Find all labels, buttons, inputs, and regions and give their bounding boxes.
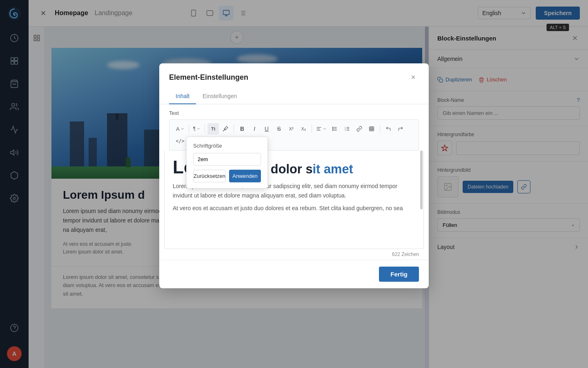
fertig-button[interactable]: Fertig	[379, 267, 419, 282]
svg-point-45	[333, 127, 334, 128]
align-dropdown[interactable]	[314, 125, 328, 132]
strikethrough-button[interactable]: S	[273, 123, 285, 135]
apply-font-size-button[interactable]: Anwenden	[229, 170, 261, 182]
svg-line-38	[223, 130, 224, 131]
svg-rect-54	[370, 127, 374, 131]
clear-format-button[interactable]	[220, 123, 231, 135]
svg-point-46	[333, 128, 334, 129]
dialog-tabs: Inhalt Einstellungen	[159, 89, 429, 104]
undo-button[interactable]	[383, 123, 394, 135]
dialog-title: Element-Einstellungen	[169, 73, 248, 82]
text-label: Text	[159, 104, 429, 119]
font-size-input[interactable]	[193, 153, 261, 166]
svg-text:3: 3	[345, 129, 346, 131]
font-size-label: Schriftgröße	[193, 143, 261, 149]
superscript-button[interactable]: X²	[285, 123, 297, 135]
numbered-list-button[interactable]: 123	[341, 123, 353, 135]
dialog-body: Text A ¶ Tt	[159, 104, 429, 260]
reset-font-size-button[interactable]: Zurücksetzen	[193, 170, 226, 182]
subscript-button[interactable]: X₂	[298, 123, 309, 135]
dialog-header: Element-Einstellungen ×	[159, 63, 429, 83]
bullet-list-button[interactable]	[329, 123, 341, 135]
dialog-footer: Fertig	[159, 260, 429, 288]
font-style-dropdown[interactable]: A	[174, 125, 186, 133]
dialog-close-button[interactable]: ×	[408, 72, 419, 83]
element-settings-dialog: Element-Einstellungen × Inhalt Einstellu…	[159, 63, 429, 288]
tab-inhalt[interactable]: Inhalt	[169, 89, 196, 104]
bold-button[interactable]: B	[236, 123, 248, 135]
editor-paragraph-2: At vero eos et accusam et justo duo dolo…	[173, 204, 415, 213]
paragraph-style-dropdown[interactable]: ¶	[192, 125, 202, 132]
svg-point-47	[333, 130, 334, 131]
underline-button[interactable]: U	[261, 123, 272, 135]
editor-scrollbar[interactable]	[420, 150, 423, 249]
source-button[interactable]: </>	[174, 135, 186, 147]
redo-button[interactable]	[395, 123, 406, 135]
link-button[interactable]	[354, 123, 365, 135]
font-size-button[interactable]: Tt	[207, 123, 219, 135]
font-size-popup: Schriftgröße Zurücksetzen Anwenden	[186, 137, 268, 188]
char-count: 622 Zeichen	[159, 249, 429, 260]
italic-button[interactable]: I	[249, 123, 260, 135]
editor-scrollbar-thumb	[420, 150, 423, 209]
tab-einstellungen[interactable]: Einstellungen	[196, 89, 243, 104]
dialog-overlay: Element-Einstellungen × Inhalt Einstellu…	[0, 0, 588, 368]
table-button[interactable]	[366, 123, 377, 135]
